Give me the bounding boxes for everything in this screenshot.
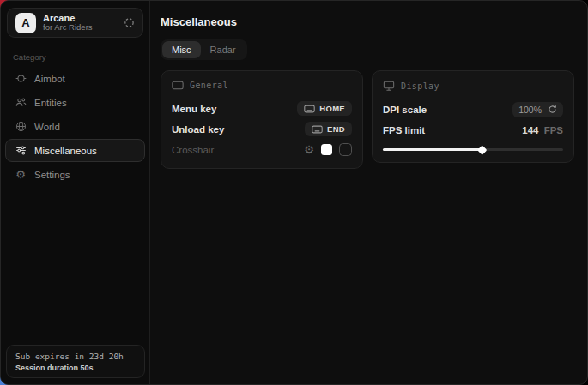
fps-limit-slider[interactable]	[383, 146, 563, 153]
crosshair-icon	[15, 73, 27, 84]
dpi-scale-value: 100%	[518, 105, 542, 115]
unload-key-value: END	[327, 124, 345, 134]
fps-limit-row: FPS limit 144 FPS	[383, 120, 563, 140]
tab-radar[interactable]: Radar	[201, 41, 246, 58]
brand-text: Arcane for Arc Riders	[43, 13, 93, 33]
sidebar: A Arcane for Arc Riders Category Aimbot	[1, 1, 150, 384]
display-panel: Display DPI scale 100% FPS limit	[372, 70, 574, 163]
sidebar-item-miscellaneous[interactable]: Miscellaneous	[5, 139, 145, 162]
menu-key-label: Menu key	[172, 104, 216, 114]
monitor-icon	[383, 81, 395, 91]
unload-key-row: Unload key END	[172, 119, 352, 139]
app-subtitle: for Arc Riders	[43, 23, 93, 33]
fps-limit-value-wrap: 144 FPS	[522, 125, 563, 135]
brand-card: A Arcane for Arc Riders	[7, 8, 143, 38]
menu-key-bind-button[interactable]: HOME	[297, 101, 352, 116]
dashed-circle-icon[interactable]	[124, 17, 135, 28]
panel-title: General	[190, 81, 228, 90]
sidebar-item-label: Aimbot	[34, 74, 65, 84]
sidebar-item-entities[interactable]: Entities	[5, 91, 145, 114]
avatar: A	[15, 13, 36, 33]
globe-icon	[15, 121, 27, 132]
menu-key-row: Menu key HOME	[172, 99, 352, 118]
fps-limit-value: 144	[522, 125, 538, 135]
dpi-scale-label: DPI scale	[383, 105, 427, 115]
main-content: Miscellaneous Misc Radar General Menu ke…	[150, 1, 587, 384]
crosshair-settings-gear-icon[interactable]: ⚙	[304, 144, 314, 155]
panel-title: Display	[401, 81, 439, 91]
dpi-scale-row: DPI scale 100%	[383, 99, 563, 119]
refresh-icon[interactable]	[548, 105, 557, 114]
cheat-menu-window: A Arcane for Arc Riders Category Aimbot	[0, 0, 588, 385]
subscription-info-box: Sub expires in 23d 20h Session duration …	[6, 345, 145, 378]
dpi-scale-selector[interactable]: 100%	[512, 102, 563, 117]
fps-slider-thumb[interactable]	[477, 145, 487, 154]
sidebar-item-settings[interactable]: ⚙ Settings	[5, 163, 145, 186]
sidebar-item-aimbot[interactable]: Aimbot	[5, 67, 145, 90]
sidebar-item-label: Miscellaneous	[34, 146, 97, 156]
crosshair-row: Crosshair ⚙	[172, 140, 352, 159]
keyboard-icon	[312, 125, 323, 134]
keyboard-icon	[172, 81, 184, 90]
category-label: Category	[13, 52, 149, 62]
fps-limit-label: FPS limit	[383, 125, 425, 135]
crosshair-label: Crosshair	[172, 145, 214, 155]
general-panel: General Menu key HOME Unload key	[161, 70, 363, 169]
fps-limit-unit: FPS	[544, 125, 563, 135]
unload-key-label: Unload key	[172, 124, 224, 135]
panels-row: General Menu key HOME Unload key	[161, 70, 574, 169]
general-panel-header: General	[172, 81, 352, 90]
gear-icon: ⚙	[15, 168, 27, 181]
page-title: Miscellaneous	[161, 15, 574, 28]
sub-expiry-text: Sub expires in 23d 20h	[15, 352, 136, 361]
sidebar-item-world[interactable]: World	[5, 115, 145, 138]
crosshair-controls: ⚙	[304, 143, 352, 156]
sidebar-nav: Aimbot Entities World	[1, 67, 149, 186]
sidebar-item-label: Settings	[34, 170, 70, 180]
sidebar-item-label: Entities	[34, 98, 67, 108]
menu-key-value: HOME	[319, 104, 345, 113]
entities-icon	[15, 97, 27, 108]
unload-key-bind-button[interactable]: END	[305, 122, 352, 136]
tab-bar: Misc Radar	[161, 39, 247, 60]
crosshair-checkbox[interactable]	[339, 143, 352, 156]
display-panel-header: Display	[383, 81, 563, 91]
fps-slider-fill	[383, 148, 482, 151]
sliders-icon	[15, 145, 27, 156]
tab-misc[interactable]: Misc	[162, 41, 201, 58]
session-duration-text: Session duration 50s	[15, 364, 136, 372]
crosshair-color-swatch[interactable]	[321, 144, 332, 155]
keyboard-icon	[304, 105, 315, 113]
sidebar-item-label: World	[34, 122, 60, 132]
